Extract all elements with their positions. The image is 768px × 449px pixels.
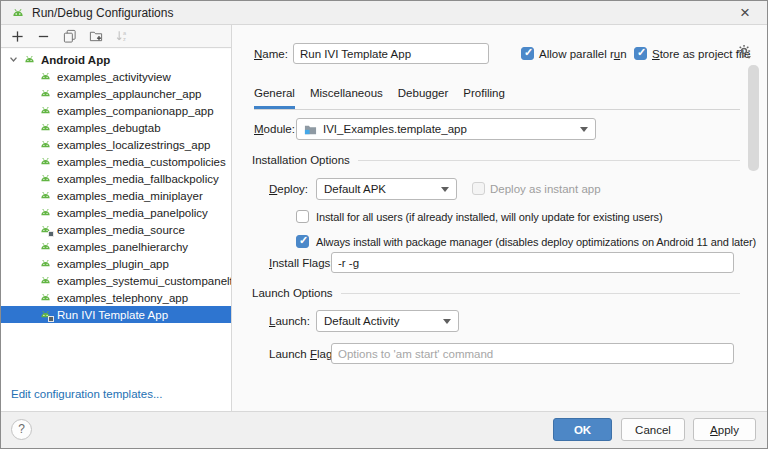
tree-toolbar: az (1, 25, 231, 48)
android-icon (39, 291, 52, 304)
tree-item[interactable]: examples_panelhierarchy (1, 238, 231, 255)
module-icon (304, 123, 317, 136)
install-flags-input[interactable] (331, 252, 734, 273)
add-configuration-icon[interactable] (10, 29, 25, 44)
section-divider (358, 160, 740, 161)
tree-item-label: examples_media_miniplayer (57, 190, 203, 202)
deploy-dropdown[interactable]: Default APK (316, 178, 457, 200)
installation-options-title: Installation Options (252, 154, 350, 166)
module-label: Module: (254, 118, 295, 140)
cancel-button[interactable]: Cancel (621, 418, 685, 441)
tree-item[interactable]: examples_plugin_app (1, 255, 231, 272)
remove-configuration-icon[interactable] (36, 29, 51, 44)
vertical-scrollbar[interactable] (748, 65, 759, 171)
tree-item[interactable]: examples_media_miniplayer (1, 187, 231, 204)
tab-profiling[interactable]: Profiling (463, 87, 505, 109)
dialog-title: Run/Debug Configurations (32, 6, 173, 20)
android-icon (39, 257, 52, 270)
ok-button[interactable]: OK (553, 418, 612, 441)
android-icon (39, 70, 52, 83)
tree-item-label: examples_telephony_app (57, 292, 188, 304)
always-install-pm-label: Always install with package manager (dis… (316, 234, 756, 250)
tree-item-label: examples_companionapp_app (57, 105, 214, 117)
tab-debugger[interactable]: Debugger (398, 87, 449, 109)
launch-options-header: Launch Options (252, 286, 740, 300)
launch-label: Launch: (269, 310, 310, 332)
tree-item[interactable]: examples_activityview (1, 68, 231, 85)
tree-item-label: examples_activityview (57, 71, 171, 83)
close-icon[interactable]: × (733, 2, 757, 23)
copy-configuration-icon[interactable] (62, 29, 77, 44)
svg-text:a: a (122, 30, 126, 36)
launch-flags-input[interactable] (331, 343, 734, 364)
tree-item-label: examples_media_source (57, 224, 185, 236)
tree-item[interactable]: examples_telephony_app (1, 289, 231, 306)
tree-item[interactable]: examples_systemui_custompaneltype (1, 272, 231, 289)
allow-parallel-run-label: Allow parallel run (539, 46, 627, 62)
tab-general[interactable]: General (254, 87, 295, 109)
section-divider (341, 293, 740, 294)
store-options-gear-icon[interactable] (737, 44, 752, 61)
tree-item[interactable]: examples_localizestrings_app (1, 136, 231, 153)
tree-item-label: Run IVI Template App (57, 309, 168, 321)
help-button[interactable]: ? (11, 419, 32, 440)
tree-item-label: examples_plugin_app (57, 258, 169, 270)
android-icon (39, 155, 52, 168)
svg-text:z: z (122, 36, 125, 42)
name-label: Name: (254, 43, 288, 65)
android-icon (39, 274, 52, 287)
module-value: IVI_Examples.template_app (323, 123, 467, 135)
launch-dropdown[interactable]: Default Activity (316, 310, 459, 332)
config-tree: Android Appexamples_activityviewexamples… (1, 49, 231, 323)
install-all-users-label: Install for all users (if already instal… (316, 209, 663, 225)
deploy-instant-app-checkbox (472, 182, 485, 195)
name-input[interactable] (293, 43, 489, 64)
tree-item-label: examples_media_panelpolicy (57, 207, 208, 219)
android-icon (39, 223, 52, 236)
android-icon (39, 104, 52, 117)
launch-options-title: Launch Options (252, 287, 333, 299)
tree-item-label: Android App (41, 54, 110, 66)
tree-item-label: examples_systemui_custompaneltype (57, 275, 231, 287)
tree-item[interactable]: examples_media_custompolicies (1, 153, 231, 170)
always-install-pm-checkbox[interactable] (296, 235, 309, 248)
configurations-panel: Android Appexamples_activityviewexamples… (1, 49, 231, 411)
apply-button[interactable]: Apply (693, 418, 756, 441)
tree-item-label: examples_debugtab (57, 122, 161, 134)
allow-parallel-run-checkbox[interactable] (521, 47, 534, 60)
module-dropdown[interactable]: IVI_Examples.template_app (296, 118, 596, 140)
launch-value: Default Activity (324, 315, 399, 327)
android-icon (39, 138, 52, 151)
tree-item-label: examples_localizestrings_app (57, 139, 210, 151)
new-folder-icon[interactable] (88, 29, 103, 44)
store-as-project-file-checkbox[interactable] (634, 47, 647, 60)
android-app-icon (11, 6, 25, 20)
android-icon (39, 240, 52, 253)
tree-item[interactable]: Run IVI Template App (1, 306, 231, 323)
install-flags-label: Install Flags: (269, 252, 334, 274)
install-all-users-checkbox[interactable] (296, 210, 309, 223)
android-icon (39, 87, 52, 100)
tree-item[interactable]: examples_media_source (1, 221, 231, 238)
tree-item-label: examples_media_fallbackpolicy (57, 173, 219, 185)
dialog-footer: ? OK Cancel Apply (1, 411, 767, 448)
tree-item[interactable]: examples_companionapp_app (1, 102, 231, 119)
tree-item[interactable]: examples_media_panelpolicy (1, 204, 231, 221)
tree-item[interactable]: examples_applauncher_app (1, 85, 231, 102)
edit-configuration-templates-link[interactable]: Edit configuration templates... (11, 388, 163, 400)
android-icon (39, 172, 52, 185)
configuration-form: Name: Allow parallel run Store as projec… (232, 25, 767, 411)
tree-item[interactable]: Android App (1, 51, 231, 68)
tab-miscellaneous[interactable]: Miscellaneous (310, 87, 383, 109)
tree-item[interactable]: examples_media_fallbackpolicy (1, 170, 231, 187)
tree-item-label: examples_media_custompolicies (57, 156, 226, 168)
sort-configurations-icon: az (114, 29, 129, 44)
badge-overlay-icon (48, 231, 54, 237)
title-bar: Run/Debug Configurations × (1, 1, 767, 25)
dropdown-arrow-icon (443, 319, 451, 324)
dropdown-arrow-icon (441, 187, 449, 192)
android-icon (39, 121, 52, 134)
settings-tabs: General Miscellaneous Debugger Profiling (254, 87, 740, 110)
tree-item[interactable]: examples_debugtab (1, 119, 231, 136)
chevron-down-icon[interactable] (8, 54, 21, 65)
